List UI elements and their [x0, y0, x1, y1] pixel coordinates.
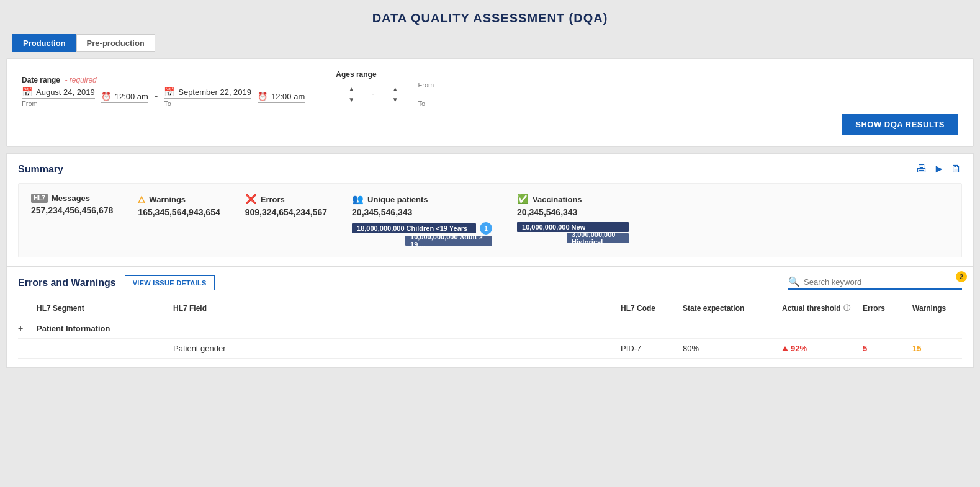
age-to-value [380, 93, 411, 96]
errors-warnings-section: Errors and Warnings VIEW ISSUE DETAILS 2… [6, 267, 974, 368]
search-input[interactable] [804, 277, 962, 287]
age-from-up-arrow[interactable]: ▲ [348, 86, 354, 92]
group-patient-information: + Patient Information Patient gender PID… [18, 318, 962, 359]
to-date-field: 📅 September 22, 2019 To [164, 87, 251, 107]
page-title: DATA QUALITY ASSESSMENT (DQA) [0, 0, 980, 34]
summary-title: Summary [18, 164, 63, 175]
children-bar: 18,000,000,000 Children <19 Years [352, 223, 476, 233]
from-date-field: 📅 August 24, 2019 From [22, 87, 95, 107]
search-icon: 🔍 [788, 276, 800, 287]
age-from-input[interactable]: ▲ ▼ [336, 86, 367, 103]
stat-messages: HL7 Messages 257,234,456,456,678 [31, 194, 113, 215]
summary-icons: 🖶 ► 🗎 [916, 163, 962, 176]
to-time-field: ⏰ 12:00 am [258, 92, 305, 103]
messages-value: 257,234,456,456,678 [31, 205, 113, 215]
clock-icon: ⏰ [101, 92, 111, 101]
th-actual-threshold: Actual threshold ⓘ [782, 303, 863, 313]
patients-badge: 1 [480, 222, 492, 235]
age-to-input[interactable]: ▲ ▼ [380, 86, 411, 103]
age-to-up-arrow[interactable]: ▲ [392, 86, 398, 92]
patient-icon: 👥 [352, 194, 364, 205]
th-hl7-code: HL7 Code [621, 303, 683, 313]
ew-title: Errors and Warnings [18, 277, 116, 288]
stat-vaccinations: ✅ Vaccinations 20,345,546,343 10,000,000… [517, 194, 629, 244]
from-label: From [22, 100, 95, 107]
age-from-down-arrow[interactable]: ▼ [348, 97, 354, 103]
summary-stats: HL7 Messages 257,234,456,456,678 △ Warni… [18, 183, 962, 257]
patients-progress-bars: 18,000,000,000 Children <19 Years 1 10,0… [352, 222, 492, 247]
stat-warnings: △ Warnings 165,345,564,943,654 [138, 194, 220, 217]
clock-icon-to: ⏰ [258, 92, 267, 101]
ages-range-group: Ages range ▲ ▼ - ▲ ▼ From To [336, 70, 434, 107]
group-name: Patient Information [37, 324, 173, 333]
threshold-info-icon[interactable]: ⓘ [843, 303, 850, 313]
th-hl7-field: HL7 Field [173, 303, 621, 313]
errors-value: 909,324,654,234,567 [245, 207, 327, 217]
ages-to-label: To [418, 100, 434, 107]
warnings-label: Warnings [149, 195, 186, 204]
tab-pre-production[interactable]: Pre-production [76, 34, 155, 52]
adult-bar: 10,000,000,000 Adult ≥ 19 ... [405, 236, 492, 246]
messages-label: Messages [52, 194, 90, 203]
group-expand-icon[interactable]: + [18, 323, 23, 333]
age-to-down-arrow[interactable]: ▼ [392, 97, 398, 103]
hl7-field-value: Patient gender [173, 344, 621, 353]
from-time-input[interactable]: ⏰ 12:00 am [101, 92, 148, 103]
age-from-value [336, 93, 367, 96]
ages-range-label: Ages range [336, 70, 434, 79]
export-icon[interactable]: 🗎 [951, 163, 962, 176]
unique-patients-value: 20,345,546,343 [352, 207, 492, 217]
filter-panel: Date range - required 📅 August 24, 2019 … [6, 58, 974, 147]
table-header: HL7 Segment HL7 Field HL7 Code State exp… [18, 298, 962, 318]
errors-count: 5 [863, 344, 912, 353]
warnings-value: 165,345,564,943,654 [138, 207, 220, 217]
stat-errors: ❌ Errors 909,324,654,234,567 [245, 194, 327, 217]
tab-bar: Production Pre-production [0, 34, 980, 58]
ew-badge: 2 [956, 271, 967, 282]
warning-icon: △ [138, 194, 145, 205]
vaccination-icon: ✅ [517, 194, 529, 205]
summary-header: Summary 🖶 ► 🗎 [18, 163, 962, 176]
print-icon[interactable]: 🖶 [916, 163, 927, 176]
th-hl7-segment: HL7 Segment [37, 303, 173, 313]
unique-patients-label: Unique patients [367, 195, 428, 204]
state-expectation-value: 80% [683, 344, 782, 353]
view-issue-button[interactable]: VIEW ISSUE DETAILS [125, 275, 215, 290]
th-state-expectation: State expectation [683, 303, 782, 313]
vaccinations-label: Vaccinations [533, 195, 582, 204]
from-time-field: ⏰ 12:00 am [101, 92, 148, 103]
from-date-input[interactable]: 📅 August 24, 2019 [22, 87, 95, 99]
warnings-count: 15 [912, 344, 962, 353]
calendar-icon: 📅 [22, 87, 32, 97]
hl7-badge: HL7 [31, 194, 48, 203]
ew-header: Errors and Warnings VIEW ISSUE DETAILS 2… [18, 275, 962, 290]
calendar-icon-to: 📅 [164, 87, 174, 97]
threshold-up-icon [782, 346, 788, 351]
table-row: Patient gender PID-7 80% 92% 5 15 [18, 338, 962, 358]
vaccinations-value: 20,345,546,343 [517, 207, 629, 217]
group-row-patient-information: + Patient Information [18, 318, 962, 338]
show-dqa-button[interactable]: SHOW DQA RESULTS [842, 114, 958, 135]
historical-vacc-bar: 3,000,000,000 Historical [567, 233, 629, 243]
stat-unique-patients: 👥 Unique patients 20,345,546,343 18,000,… [352, 194, 492, 247]
to-time-input[interactable]: ⏰ 12:00 am [258, 92, 305, 103]
error-icon: ❌ [245, 194, 257, 205]
actual-threshold-value: 92% [782, 344, 863, 353]
th-expand [18, 303, 37, 313]
ages-separator: - [372, 89, 374, 101]
search-box: 🔍 [788, 276, 962, 290]
hl7-code-value: PID-7 [621, 344, 683, 353]
date-range-group: Date range - required 📅 August 24, 2019 … [22, 76, 305, 107]
errors-label: Errors [261, 195, 285, 204]
tab-production[interactable]: Production [12, 34, 76, 52]
date-range-label: Date range - required [22, 76, 305, 84]
date-separator: - [155, 91, 158, 104]
send-icon[interactable]: ► [933, 163, 945, 176]
summary-section: Summary 🖶 ► 🗎 HL7 Messages 257,234,456,4… [6, 153, 974, 267]
vacc-progress-bars: 10,000,000,000 New 3,000,000,000 Histori… [517, 222, 629, 244]
th-warnings: Warnings [912, 303, 962, 313]
to-date-input[interactable]: 📅 September 22, 2019 [164, 87, 251, 99]
ages-from-label: From [418, 81, 434, 89]
th-errors: Errors [863, 303, 912, 313]
date-row: 📅 August 24, 2019 From ⏰ 12:00 am - 📅 Se [22, 87, 305, 107]
